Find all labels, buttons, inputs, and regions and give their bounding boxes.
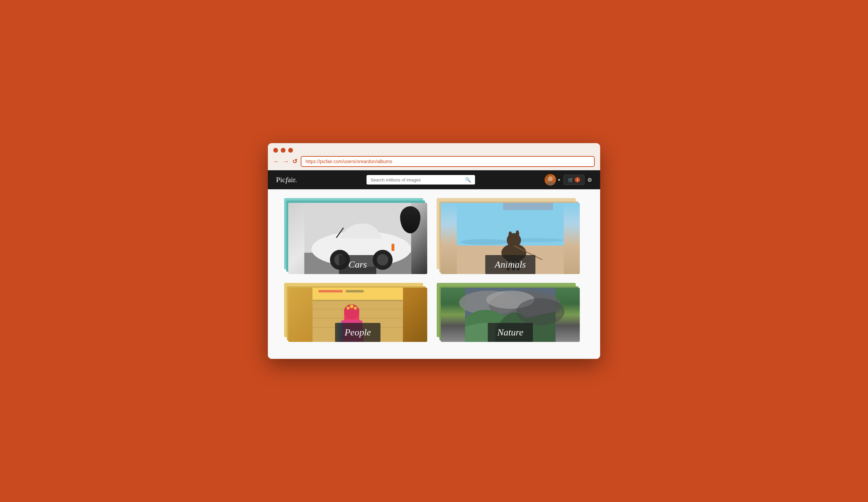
avatar — [545, 174, 556, 185]
svg-rect-10 — [392, 244, 394, 251]
album-card-nature[interactable]: Nature — [441, 288, 580, 342]
svg-point-20 — [516, 230, 519, 238]
cart-button[interactable]: 🛒 4 — [564, 175, 585, 185]
album-card-people[interactable]: People — [288, 288, 427, 342]
nav-right: ▼ 🛒 4 ⚙ — [545, 174, 592, 185]
site-navbar: Picfair. 🔍 ▼ 🛒 4 ⚙ — [268, 170, 600, 189]
svg-point-14 — [461, 239, 510, 245]
album-card-animals[interactable]: Animals — [441, 203, 580, 274]
avatar-chevron-icon: ▼ — [557, 178, 561, 182]
svg-point-0 — [548, 176, 553, 181]
svg-rect-28 — [313, 300, 403, 301]
svg-point-1 — [546, 182, 554, 185]
album-label-people: People — [335, 323, 380, 342]
svg-point-34 — [350, 305, 354, 308]
album-stack-animals: Animals — [441, 203, 580, 274]
album-stack-nature: Nature — [441, 288, 580, 342]
search-icon: 🔍 — [465, 177, 471, 183]
address-bar[interactable]: https://picfair.com/users/oreardon/album… — [301, 156, 595, 167]
browser-window: ← → ↺ https://picfair.com/users/oreardon… — [268, 143, 600, 359]
search-input[interactable] — [371, 177, 463, 183]
svg-point-19 — [509, 231, 512, 238]
svg-rect-16 — [503, 203, 553, 210]
svg-rect-38 — [318, 290, 342, 293]
cart-icon: 🛒 — [568, 177, 574, 183]
settings-button[interactable]: ⚙ — [587, 177, 592, 183]
search-container: 🔍 — [304, 175, 538, 185]
album-stack-cars: Cars — [288, 203, 427, 274]
cart-count-badge: 4 — [575, 177, 580, 183]
album-card-cars[interactable]: Cars — [288, 203, 427, 274]
album-label-animals: Animals — [485, 255, 535, 274]
refresh-button[interactable]: ↺ — [292, 158, 297, 164]
svg-rect-39 — [345, 290, 363, 293]
forward-button[interactable]: → — [283, 158, 289, 164]
dot-green — [288, 148, 293, 153]
album-label-nature: Nature — [488, 323, 533, 342]
svg-rect-37 — [313, 288, 403, 300]
back-button[interactable]: ← — [273, 158, 279, 164]
dot-red — [273, 148, 278, 153]
site-logo: Picfair. — [276, 175, 297, 184]
albums-grid: Cars — [288, 203, 580, 342]
site-content: Cars — [268, 189, 600, 359]
svg-point-9 — [377, 254, 389, 266]
album-stack-people: People — [288, 288, 427, 342]
browser-toolbar: ← → ↺ https://picfair.com/users/oreardon… — [273, 156, 595, 167]
browser-chrome: ← → ↺ https://picfair.com/users/oreardon… — [268, 143, 600, 170]
avatar-button[interactable]: ▼ — [545, 174, 561, 185]
svg-point-35 — [354, 307, 357, 310]
dot-yellow — [281, 148, 286, 153]
album-label-cars: Cars — [339, 255, 376, 274]
browser-dots — [273, 148, 595, 153]
svg-point-44 — [516, 298, 565, 325]
search-bar[interactable]: 🔍 — [366, 175, 475, 185]
svg-point-33 — [347, 307, 350, 310]
